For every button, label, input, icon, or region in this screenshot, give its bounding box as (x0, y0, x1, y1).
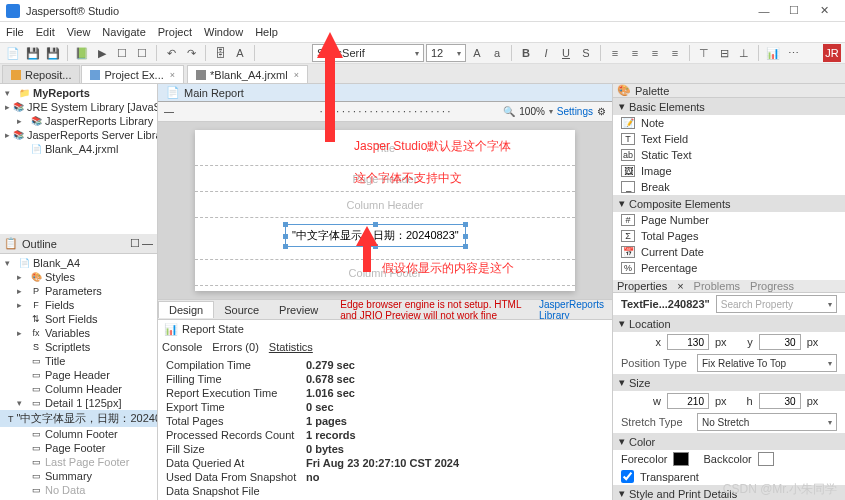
tab-statistics[interactable]: Statistics (269, 341, 313, 353)
align-center-icon[interactable]: ≡ (626, 44, 644, 62)
undo-icon[interactable]: ↶ (162, 44, 180, 62)
valign-mid-icon[interactable]: ⊟ (715, 44, 733, 62)
band-detail[interactable]: Detail 1 "中文字体显示，日期：20240823" (195, 218, 575, 260)
tree-item[interactable]: ▭Column Footer (0, 427, 157, 441)
dec-size-icon[interactable]: a (488, 44, 506, 62)
tree-item[interactable]: ▭Title (0, 354, 157, 368)
align-right-icon[interactable]: ≡ (646, 44, 664, 62)
tree-item[interactable]: ▸📚JasperReports Server Library (0, 128, 157, 142)
tree-item[interactable]: 📄Blank_A4.jrxml (0, 142, 157, 156)
stretch-type-select[interactable]: No Stretch▾ (697, 413, 837, 431)
menu-file[interactable]: File (6, 26, 24, 38)
outline-tool-icon[interactable]: ☐ (130, 237, 140, 250)
perspective-icon[interactable]: JR (823, 44, 841, 62)
tab-source[interactable]: Source (214, 302, 269, 318)
size-w-input[interactable] (667, 393, 709, 409)
outline-min-icon[interactable]: — (142, 237, 153, 250)
size-h-input[interactable] (759, 393, 801, 409)
tree-item[interactable]: ▭Column Header (0, 382, 157, 396)
band-column-footer[interactable]: Column Footer (195, 260, 575, 286)
palette-item[interactable]: 📝Note (613, 115, 845, 131)
font-family-select[interactable]: SansSerif▾ (312, 44, 424, 62)
font-size-select[interactable]: 12▾ (426, 44, 466, 62)
tab-repository[interactable]: Reposit... (2, 65, 80, 83)
palette-basic-header[interactable]: ▾ Basic Elements (613, 98, 845, 115)
align-justify-icon[interactable]: ≡ (666, 44, 684, 62)
ruler-icon[interactable]: — (164, 106, 174, 117)
redo-icon[interactable]: ↷ (182, 44, 200, 62)
settings-link[interactable]: Settings (557, 106, 593, 117)
run-icon[interactable]: ▶ (93, 44, 111, 62)
minimize-button[interactable]: — (749, 2, 779, 20)
tree-item[interactable]: ▾📄Blank_A4 (0, 256, 157, 270)
save-all-icon[interactable]: 💾 (44, 44, 62, 62)
palette-item[interactable]: 🖼Image (613, 163, 845, 179)
tab-design[interactable]: Design (158, 301, 214, 318)
zoom-value[interactable]: 100% (519, 106, 545, 117)
main-report-tab[interactable]: 📄Main Report (158, 84, 612, 102)
bold-icon[interactable]: B (517, 44, 535, 62)
search-property-input[interactable]: Search Property▾ (716, 295, 837, 313)
style-icon[interactable]: A (231, 44, 249, 62)
save-icon[interactable]: 💾 (24, 44, 42, 62)
tree-item[interactable]: ▸fxVariables (0, 326, 157, 340)
menu-project[interactable]: Project (158, 26, 192, 38)
tab-editor[interactable]: *Blank_A4.jrxml× (187, 65, 308, 83)
tab-properties[interactable]: Properties (617, 280, 667, 292)
band-column-header[interactable]: Column Header (195, 192, 575, 218)
menu-help[interactable]: Help (255, 26, 278, 38)
tree-item[interactable]: ▸📚JasperReports Library (0, 114, 157, 128)
tree-item[interactable]: ⇅Sort Fields (0, 312, 157, 326)
tree-item[interactable]: ▭Page Footer (0, 441, 157, 455)
tab-console[interactable]: Console (162, 341, 202, 353)
valign-top-icon[interactable]: ⊤ (695, 44, 713, 62)
palette-item[interactable]: ΣTotal Pages (613, 228, 845, 244)
tab-progress[interactable]: Progress (750, 280, 794, 292)
position-type-select[interactable]: Fix Relative To Top▾ (697, 354, 837, 372)
chart-icon[interactable]: 📊 (764, 44, 782, 62)
loc-y-input[interactable] (759, 334, 801, 350)
band-page-header[interactable]: Page Header (195, 166, 575, 192)
palette-item[interactable]: #Page Number (613, 212, 845, 228)
more-icon[interactable]: ⋯ (784, 44, 802, 62)
align-left-icon[interactable]: ≡ (606, 44, 624, 62)
menu-view[interactable]: View (67, 26, 91, 38)
tree-item[interactable]: ▸PParameters (0, 284, 157, 298)
italic-icon[interactable]: I (537, 44, 555, 62)
maximize-button[interactable]: ☐ (779, 2, 809, 20)
tab-project-explorer[interactable]: Project Ex...× (81, 65, 184, 83)
loc-x-input[interactable] (667, 334, 709, 350)
design-canvas[interactable]: Title Page Header Column Header Detail 1… (158, 122, 612, 299)
band-title[interactable]: Title (195, 130, 575, 166)
menu-window[interactable]: Window (204, 26, 243, 38)
strike-icon[interactable]: S (577, 44, 595, 62)
section-color[interactable]: ▾ Color (613, 433, 845, 450)
section-size[interactable]: ▾ Size (613, 374, 845, 391)
inc-size-icon[interactable]: A (468, 44, 486, 62)
tree-item[interactable]: ▭Summary (0, 469, 157, 483)
palette-item[interactable]: abStatic Text (613, 147, 845, 163)
tool2-icon[interactable]: ☐ (133, 44, 151, 62)
outline-tree[interactable]: ▾📄Blank_A4▸🎨Styles▸PParameters▸FFields⇅S… (0, 254, 157, 500)
build-icon[interactable]: 📗 (73, 44, 91, 62)
close-button[interactable]: ✕ (809, 2, 839, 20)
tree-item[interactable]: T"中文字体显示，日期：20240823" (0, 410, 157, 427)
tree-item[interactable]: ▸🎨Styles (0, 270, 157, 284)
dataset-icon[interactable]: 🗄 (211, 44, 229, 62)
text-field-element[interactable]: "中文字体显示，日期：20240823" (285, 224, 466, 247)
tab-errors[interactable]: Errors (0) (212, 341, 258, 353)
tree-item[interactable]: ▭No Data (0, 483, 157, 497)
backcolor-swatch[interactable] (758, 452, 774, 466)
zoom-out-icon[interactable]: 🔍 (503, 106, 515, 117)
underline-icon[interactable]: U (557, 44, 575, 62)
section-location[interactable]: ▾ Location (613, 315, 845, 332)
tree-item[interactable]: ▭Last Page Footer (0, 455, 157, 469)
palette-item[interactable]: ⎯Break (613, 179, 845, 195)
menu-edit[interactable]: Edit (36, 26, 55, 38)
transparent-checkbox[interactable] (621, 470, 634, 483)
new-icon[interactable]: 📄 (4, 44, 22, 62)
menu-navigate[interactable]: Navigate (102, 26, 145, 38)
tab-problems[interactable]: Problems (694, 280, 740, 292)
settings-gear-icon[interactable]: ⚙ (597, 106, 606, 117)
palette-item[interactable]: 📅Current Date (613, 244, 845, 260)
